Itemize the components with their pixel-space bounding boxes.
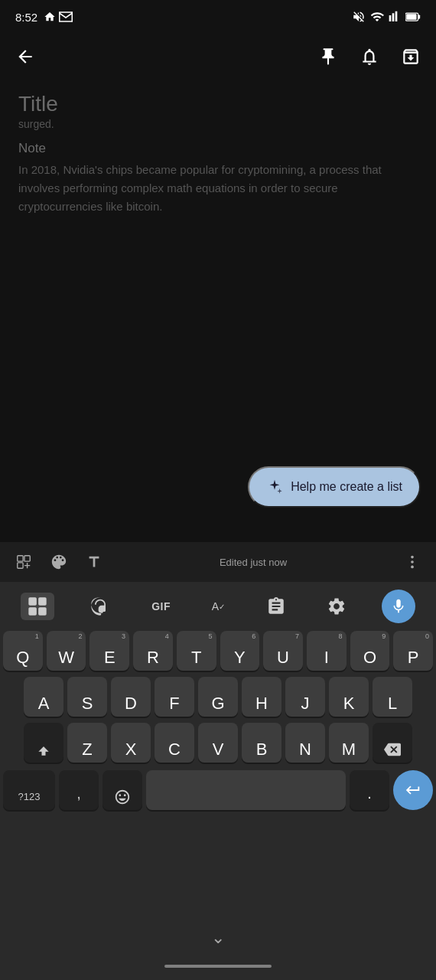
key-t[interactable]: 5T xyxy=(177,631,216,671)
key-x[interactable]: X xyxy=(111,723,151,763)
ai-create-list-button[interactable]: Help me create a list xyxy=(248,466,421,508)
comma-key[interactable]: , xyxy=(59,770,99,810)
svg-rect-5 xyxy=(18,563,23,568)
key-o[interactable]: 9O xyxy=(350,631,390,671)
ai-bubble-text: Help me create a list xyxy=(291,480,402,494)
status-right xyxy=(352,10,421,24)
autocorrect-button[interactable]: A✓ xyxy=(206,597,231,616)
key-z[interactable]: Z xyxy=(67,723,107,763)
svg-point-6 xyxy=(411,556,414,559)
clipboard-button[interactable] xyxy=(260,593,292,619)
key-l[interactable]: L xyxy=(373,677,412,717)
note-title-subtext: surged. xyxy=(18,118,418,130)
note-placeholder: Note xyxy=(18,141,418,156)
status-time: 8:52 xyxy=(15,11,37,24)
key-s[interactable]: S xyxy=(67,677,107,717)
key-a[interactable]: A xyxy=(24,677,63,717)
key-q[interactable]: 1Q xyxy=(3,631,43,671)
keyboard: GIF A✓ 1Q 2W 3E 4R 5T 6Y 7U xyxy=(0,582,436,980)
svg-point-7 xyxy=(411,560,414,564)
key-m[interactable]: M xyxy=(329,723,369,763)
key-n[interactable]: N xyxy=(285,723,325,763)
period-key[interactable]: . xyxy=(350,770,389,810)
wifi-icon xyxy=(370,10,384,24)
more-options-button[interactable] xyxy=(401,550,424,573)
sparkle-icon xyxy=(266,479,283,495)
keyboard-settings-button[interactable] xyxy=(320,593,353,619)
toolbar-left xyxy=(12,44,38,70)
keyboard-row-4: ?123 , . xyxy=(0,766,436,815)
enter-key[interactable] xyxy=(393,770,433,810)
svg-rect-11 xyxy=(28,607,37,616)
mic-button[interactable] xyxy=(382,590,415,623)
key-k[interactable]: K xyxy=(329,677,369,717)
bottom-toolbar: Edited just now xyxy=(0,542,436,582)
keyboard-top-row: GIF A✓ xyxy=(0,582,436,628)
backspace-key[interactable] xyxy=(373,723,412,763)
mute-icon xyxy=(352,10,366,24)
signal-icon xyxy=(389,11,401,23)
svg-rect-2 xyxy=(418,15,421,19)
key-u[interactable]: 7U xyxy=(263,631,303,671)
svg-rect-1 xyxy=(406,14,416,20)
gif-button[interactable]: GIF xyxy=(145,597,177,616)
status-left: 8:52 xyxy=(15,11,73,24)
key-i[interactable]: 8I xyxy=(307,631,347,671)
key-d[interactable]: D xyxy=(111,677,151,717)
bottom-toolbar-left xyxy=(12,550,106,573)
svg-rect-9 xyxy=(28,597,37,606)
gmail-icon xyxy=(59,11,73,22)
home-icon xyxy=(44,11,56,23)
key-y[interactable]: 6Y xyxy=(220,631,260,671)
space-key[interactable] xyxy=(146,770,346,810)
sticker-button[interactable] xyxy=(83,593,117,620)
toolbar-right xyxy=(315,44,424,70)
archive-button[interactable] xyxy=(398,44,424,70)
svg-rect-3 xyxy=(18,556,23,561)
battery-icon xyxy=(405,11,421,22)
key-f[interactable]: F xyxy=(155,677,194,717)
svg-point-8 xyxy=(411,566,414,569)
text-format-button[interactable] xyxy=(83,550,106,573)
svg-rect-4 xyxy=(24,556,30,561)
svg-rect-12 xyxy=(38,607,46,616)
key-b[interactable]: B xyxy=(242,723,281,763)
back-button[interactable] xyxy=(12,44,38,70)
status-bar: 8:52 xyxy=(0,0,436,34)
emoji-key[interactable] xyxy=(102,770,142,810)
ai-bubble-container: Help me create a list xyxy=(248,466,421,508)
key-h[interactable]: H xyxy=(242,677,281,717)
numbers-key[interactable]: ?123 xyxy=(3,770,55,810)
status-icons-left xyxy=(44,11,73,23)
key-p[interactable]: 0P xyxy=(393,631,433,671)
key-g[interactable]: G xyxy=(198,677,238,717)
edited-status: Edited just now xyxy=(106,557,401,568)
bottom-toolbar-right xyxy=(401,550,424,573)
reminder-button[interactable] xyxy=(356,44,382,70)
home-indicator xyxy=(164,965,272,968)
key-c[interactable]: C xyxy=(155,723,194,763)
keyboard-row-1: 1Q 2W 3E 4R 5T 6Y 7U 8I 9O 0P xyxy=(0,628,436,674)
note-content: Title surged. Note In 2018, Nvidia's chi… xyxy=(0,80,436,228)
chevron-down: ⌄ xyxy=(211,928,225,948)
key-r[interactable]: 4R xyxy=(133,631,173,671)
top-toolbar xyxy=(0,34,436,80)
keyboard-row-2: A S D F G H J K L xyxy=(0,674,436,720)
svg-rect-10 xyxy=(38,597,46,606)
key-j[interactable]: J xyxy=(285,677,325,717)
pin-button[interactable] xyxy=(315,44,341,70)
key-e[interactable]: 3E xyxy=(89,631,129,671)
key-v[interactable]: V xyxy=(198,723,238,763)
color-button[interactable] xyxy=(47,550,70,573)
key-w[interactable]: 2W xyxy=(47,631,86,671)
note-body: In 2018, Nvidia's chips became popular f… xyxy=(18,161,418,216)
bottom-nav xyxy=(0,952,436,980)
add-content-button[interactable] xyxy=(12,550,35,573)
emoji-keyboard-button[interactable] xyxy=(21,593,54,620)
shift-key[interactable] xyxy=(24,723,63,763)
note-title-placeholder: Title xyxy=(18,92,418,116)
keyboard-row-3: Z X C V B N M xyxy=(0,720,436,766)
